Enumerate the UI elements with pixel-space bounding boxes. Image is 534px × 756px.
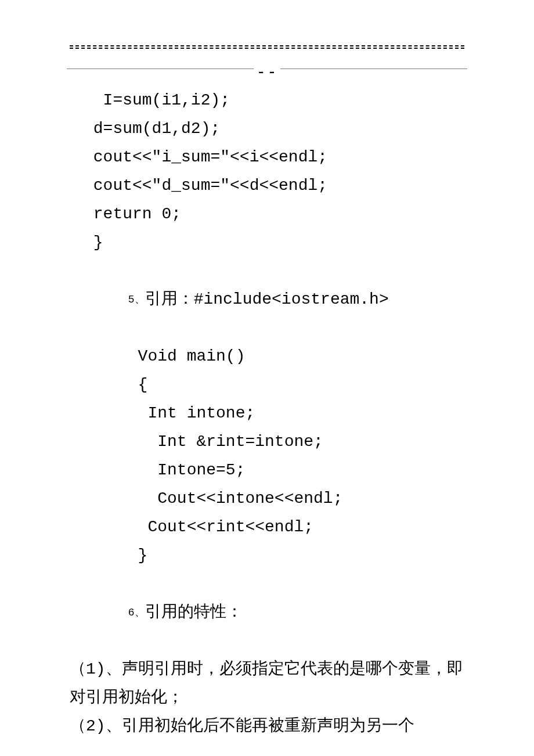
code-line: }	[70, 541, 464, 570]
code-line: Cout<<rint<<endl;	[70, 513, 464, 541]
item-5-line: 5、引用：#include<iostream.h>	[70, 257, 464, 342]
code-line: {	[70, 370, 464, 399]
code-line: Int &rint=intone;	[70, 427, 464, 456]
top-divider-dashes	[70, 45, 464, 49]
item-5-title: 引用：#include<iostream.h>	[145, 290, 389, 308]
top-double-dash: --	[254, 62, 280, 81]
code-line: Void main()	[70, 342, 464, 370]
code-line: cout<<"i_sum="<<i<<endl;	[70, 143, 464, 171]
document-page: -- I=sum(i1,i2); d=sum(d1,d2); cout<<"i_…	[0, 0, 534, 756]
code-line: d=sum(d1,d2);	[70, 114, 464, 143]
code-line: cout<<"d_sum="<<d<<endl;	[70, 171, 464, 200]
code-line: I=sum(i1,i2);	[70, 86, 464, 114]
code-line: Intone=5;	[70, 456, 464, 484]
code-line: return 0;	[70, 200, 464, 228]
item-6-title: 引用的特性：	[145, 603, 243, 621]
item-6-line: 6、引用的特性：	[70, 570, 464, 655]
item-6-label: 6、	[128, 607, 145, 618]
code-line: }	[70, 228, 464, 257]
document-content: I=sum(i1,i2); d=sum(d1,d2); cout<<"i_sum…	[70, 86, 464, 740]
item-5-label: 5、	[128, 294, 145, 305]
item-6-paragraph-1: （1)、声明引用时，必须指定它代表的是哪个变量，即对引用初始化；	[70, 655, 464, 712]
code-line: Cout<<intone<<endl;	[70, 484, 464, 513]
code-line: Int intone;	[70, 399, 464, 427]
item-6-paragraph-2: （2)、引用初始化后不能再被重新声明为另一个	[70, 712, 464, 740]
